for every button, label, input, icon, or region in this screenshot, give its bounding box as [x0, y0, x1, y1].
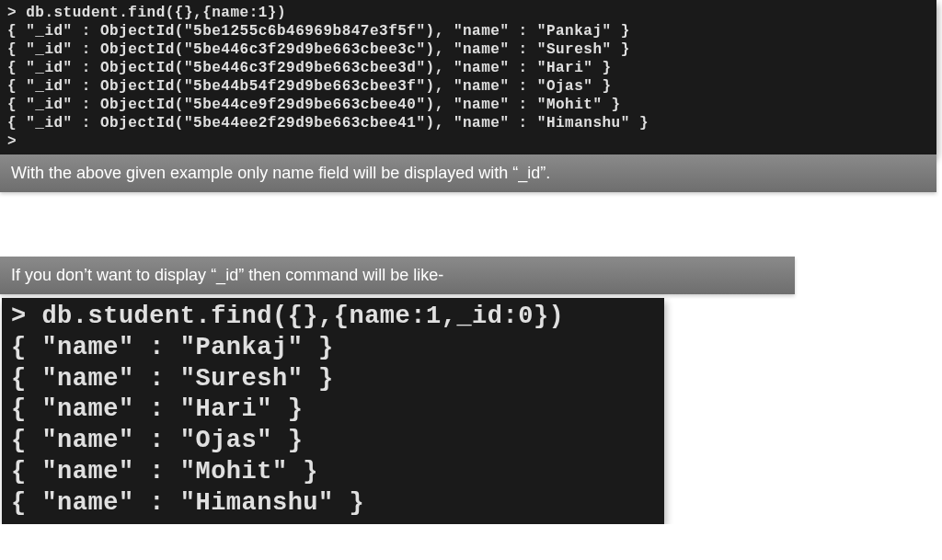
terminal-command-2: > db.student.find({},{name:1,_id:0}) — [11, 303, 564, 330]
terminal-row: { "name" : "Pankaj" } — [11, 334, 334, 361]
terminal-row: { "_id" : ObjectId("5be446c3f29d9be663cb… — [7, 41, 630, 58]
terminal-row: { "_id" : ObjectId("5be44ee2f29d9be663cb… — [7, 115, 649, 131]
caption-text-1: With the above given example only name f… — [0, 154, 936, 192]
terminal-row: { "name" : "Ojas" } — [11, 427, 303, 454]
terminal-row: { "name" : "Himanshu" } — [11, 489, 364, 517]
caption-text-2: If you don’t want to display “_id” then … — [0, 257, 795, 294]
terminal-row: { "_id" : ObjectId("5be44b54f29d9be663cb… — [7, 78, 612, 95]
terminal-row: { "_id" : ObjectId("5be1255c6b46969b847e… — [7, 23, 630, 40]
terminal-row: { "name" : "Suresh" } — [11, 365, 334, 393]
terminal-command-1: > db.student.find({},{name:1}) — [7, 5, 286, 21]
terminal-row: { "name" : "Hari" } — [11, 395, 303, 423]
terminal-prompt: > — [7, 133, 17, 150]
terminal-row: { "_id" : ObjectId("5be44ce9f29d9be663cb… — [7, 97, 621, 113]
terminal-output-1: > db.student.find({},{name:1}) { "_id" :… — [0, 0, 936, 154]
terminal-output-2: > db.student.find({},{name:1,_id:0}) { "… — [2, 298, 664, 524]
terminal-row: { "_id" : ObjectId("5be446c3f29d9be663cb… — [7, 60, 612, 76]
terminal-row: { "name" : "Mohit" } — [11, 458, 318, 486]
